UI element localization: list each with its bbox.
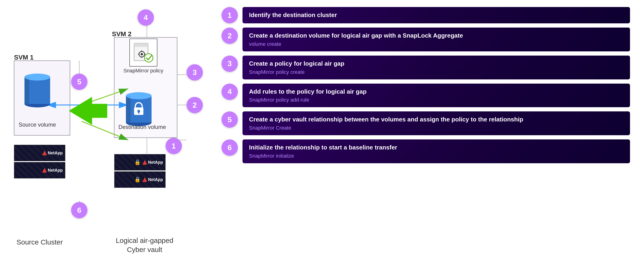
snapmirror-policy-label: SnapMirror policy <box>119 68 168 74</box>
netapp-logo-2: NetApp <box>42 168 63 173</box>
dest-netapp-box-1: 🔒 NetApp <box>114 154 166 171</box>
step-title-4: Add rules to the policy for logical air … <box>249 88 624 96</box>
step-bubble-4: 4 <box>222 84 238 100</box>
svg-rect-24 <box>126 96 130 123</box>
dest-netapp-box-2: 🔒 NetApp <box>114 171 166 188</box>
svm2-label: SVM 2 <box>112 30 132 38</box>
svg-rect-30 <box>134 43 148 47</box>
source-cluster-stack: NetApp NetApp <box>14 145 65 179</box>
step-item-6: 6 Initialize the relationship to start a… <box>222 140 630 163</box>
diagram-bubble-3: 3 <box>186 64 203 81</box>
step-content-1: Identify the destination cluster <box>242 7 630 23</box>
dest-cluster-stack: 🔒 NetApp 🔒 NetApp <box>114 154 166 189</box>
netapp-logo-1: NetApp <box>42 151 63 156</box>
step-title-1: Identify the destination cluster <box>249 11 624 19</box>
svg-point-25 <box>126 92 152 99</box>
netapp-logo-3: NetApp <box>142 160 163 165</box>
step-command-5: SnapMirror Create <box>249 125 624 131</box>
step-content-5: Create a cyber vault relationship betwee… <box>242 111 630 135</box>
step-title-2: Create a destination volume for logical … <box>249 32 624 40</box>
step-item-3: 3 Create a policy for logical air gap Sn… <box>222 56 630 79</box>
step-title-3: Create a policy for logical air gap <box>249 60 624 68</box>
svg-point-37 <box>144 54 153 62</box>
source-netapp-box-1: NetApp <box>14 145 65 161</box>
diagram-section: SVM 1 SVM 2 Source volume <box>9 5 208 261</box>
diagram-bubble-1: 1 <box>166 138 182 154</box>
lock-icon-1: 🔒 <box>134 159 140 165</box>
diagram-bubble-5: 5 <box>71 74 88 90</box>
lock-icon-2: 🔒 <box>134 177 140 183</box>
source-volume-icon <box>22 68 52 110</box>
source-volume-label: Source volume <box>16 121 58 128</box>
step-content-3: Create a policy for logical air gap Snap… <box>242 56 630 79</box>
step-content-2: Create a destination volume for logical … <box>242 28 630 51</box>
source-cluster-label: Source Cluster <box>14 238 65 246</box>
svg-rect-28 <box>138 111 140 113</box>
step-bubble-5: 5 <box>222 111 238 128</box>
netapp-logo-4: NetApp <box>142 177 163 182</box>
step-item-4: 4 Add rules to the policy for logical ai… <box>222 84 630 107</box>
svm1-label: SVM 1 <box>14 54 34 61</box>
steps-section: 1 Identify the destination cluster 2 Cre… <box>222 5 635 261</box>
svg-marker-15 <box>69 97 107 125</box>
dest-volume-label: Destination volume <box>116 124 168 130</box>
svg-line-6 <box>82 89 128 105</box>
step-title-6: Initialize the relationship to start a b… <box>249 144 624 152</box>
step-command-4: SnapMirror policy add-rule <box>249 97 624 103</box>
step-bubble-6: 6 <box>222 140 238 156</box>
step-item-2: 2 Create a destination volume for logica… <box>222 28 630 51</box>
step-bubble-2: 2 <box>222 28 238 44</box>
step-bubble-3: 3 <box>222 56 238 72</box>
step-title-5: Create a cyber vault relationship betwee… <box>249 116 624 123</box>
main-container: SVM 1 SVM 2 Source volume <box>0 0 644 266</box>
snapmirror-policy-area: SnapMirror policy <box>119 39 168 74</box>
step-content-4: Add rules to the policy for logical air … <box>242 84 630 107</box>
dest-cluster-label: Logical air-gapped Cyber vault <box>112 236 177 254</box>
dest-volume-icon <box>124 86 154 128</box>
step-command-6: SnapMirror initialize <box>249 153 624 159</box>
step-item-5: 5 Create a cyber vault relationship betw… <box>222 111 630 135</box>
diagram-bubble-6: 6 <box>71 202 88 218</box>
policy-icon <box>130 39 158 67</box>
step-content-6: Initialize the relationship to start a b… <box>242 140 630 163</box>
step-bubble-1: 1 <box>222 7 238 23</box>
svg-point-32 <box>140 53 143 55</box>
step-command-2: volume create <box>249 41 624 47</box>
source-netapp-box-2: NetApp <box>14 162 65 178</box>
step-item-1: 1 Identify the destination cluster <box>222 7 630 23</box>
svg-rect-19 <box>24 77 29 104</box>
step-command-3: SnapMirror policy create <box>249 69 624 75</box>
diagram-bubble-2: 2 <box>186 97 203 113</box>
svg-point-20 <box>24 74 50 81</box>
diagram-bubble-4: 4 <box>138 9 154 26</box>
